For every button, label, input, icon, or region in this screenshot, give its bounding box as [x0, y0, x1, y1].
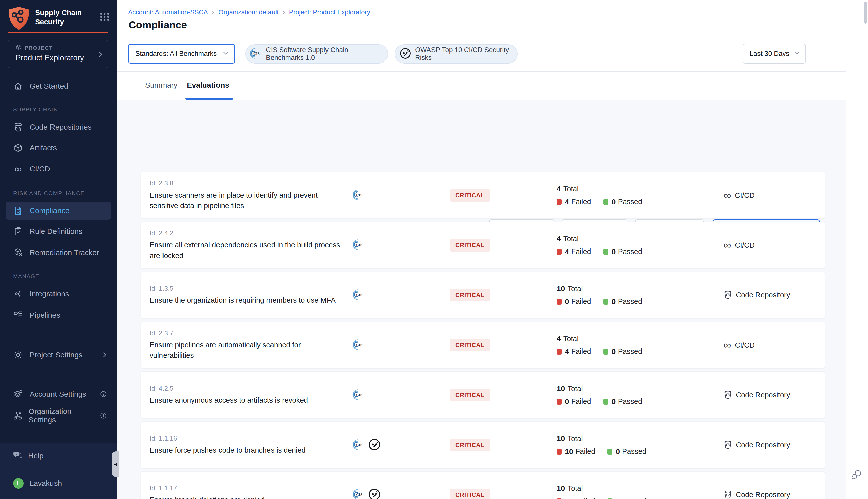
sidebar-item-organization-settings[interactable]: Organization Settings — [5, 406, 111, 425]
table-row[interactable]: Id: 1.1.17 Ensure branch deletions are d… — [141, 471, 825, 499]
tab-evaluations[interactable]: Evaluations — [187, 81, 229, 89]
page-title: Compliance — [129, 19, 187, 31]
svg-text:CIS: CIS — [356, 193, 362, 197]
svg-text:CIS: CIS — [356, 442, 362, 447]
rule-name: Ensure anonymous access to artifacts is … — [150, 395, 340, 405]
help-label: Help — [28, 452, 44, 460]
svg-text:?: ? — [15, 452, 17, 455]
code-repository-icon — [724, 490, 732, 499]
scrollbar-thumb[interactable] — [864, 1, 867, 24]
breadcrumb-account-link[interactable]: Account: Automation-SSCA — [128, 8, 208, 16]
rule-id: Id: 1.1.17 — [150, 485, 343, 492]
remediation-box-icon — [13, 248, 23, 257]
cis-standard-icon: CIS — [353, 239, 365, 252]
sidebar-item-integrations[interactable]: Integrations — [5, 285, 111, 303]
sidebar-footer: ? Help L Lavakush — [0, 442, 117, 499]
chevron-right-icon — [98, 51, 104, 59]
rule-name: Ensure the organization is requiring mem… — [150, 295, 340, 305]
standards-filter-dropdown[interactable]: Standards: All Benchmarks — [128, 44, 235, 63]
section-supply-chain: SUPPLY CHAIN — [13, 107, 58, 113]
passed-swatch — [603, 199, 608, 205]
clipboard-check-icon — [13, 227, 23, 236]
project-selector[interactable]: PROJECT Product Exploratory — [8, 40, 108, 68]
sidebar-item-label: Account Settings — [29, 390, 86, 398]
brand-divider — [8, 32, 108, 33]
date-range-dropdown[interactable]: Last 30 Days — [743, 44, 806, 63]
severity-badge: CRITICAL — [450, 389, 490, 401]
standards-cell: CIS — [353, 438, 381, 452]
sidebar-collapse-handle[interactable]: ◀ — [111, 451, 119, 477]
table-row[interactable]: Id: 4.2.5 Ensure anonymous access to art… — [141, 372, 825, 418]
failed-swatch — [557, 249, 562, 255]
rule-id: Id: 2.4.2 — [150, 229, 343, 237]
severity-badge: CRITICAL — [450, 189, 490, 202]
rule-id: Id: 1.1.16 — [150, 435, 343, 442]
passed-swatch — [607, 449, 612, 454]
rule-id: Id: 2.3.7 — [150, 329, 343, 337]
severity-badge: CRITICAL — [450, 339, 490, 351]
sidebar-item-cicd[interactable]: ∞ CI/CD — [5, 160, 111, 178]
evaluations-cell: 4Total 4Failed 0Passed — [557, 334, 642, 356]
table-row[interactable]: Id: 1.1.16 Ensure force pushes code to b… — [141, 422, 825, 468]
apps-grid-icon[interactable] — [99, 6, 110, 23]
rule-name: Ensure branch deletions are denied — [150, 495, 340, 499]
home-icon — [13, 82, 23, 90]
sidebar-item-label: CI/CD — [29, 165, 50, 173]
standard-chip-owasp[interactable]: OWASP Top 10 CI/CD Security Risks — [395, 45, 518, 63]
user-menu[interactable]: L Lavakush — [5, 475, 111, 492]
sidebar-item-rule-definitions[interactable]: Rule Definitions — [5, 222, 111, 241]
chat-bubbles-icon[interactable] — [851, 469, 863, 482]
sidebar-item-get-started[interactable]: Get Started — [5, 77, 111, 95]
owasp-standard-icon — [368, 438, 381, 452]
tab-summary[interactable]: Summary — [145, 81, 177, 89]
evaluations-cell: 4Total 4Failed 0Passed — [557, 184, 642, 206]
table-row[interactable]: Id: 2.3.8 Ensure scanners are in place t… — [141, 172, 825, 219]
code-repository-icon — [13, 122, 23, 132]
standard-chip-cis[interactable]: CIS CIS Software Supply Chain Benchmarks… — [245, 45, 388, 63]
cis-standard-icon: CIS — [353, 289, 365, 302]
breadcrumb-project-link[interactable]: Project: Product Exploratory — [289, 8, 371, 16]
passed-swatch — [603, 349, 608, 355]
applicable-on-cell: Code Repository — [724, 490, 790, 499]
evaluations-cell: 10Total 10Failed 0Passed — [557, 434, 647, 456]
sidebar: Supply Chain Security PROJECT Product — [0, 0, 117, 499]
artifacts-cube-icon — [13, 143, 23, 153]
failed-swatch — [557, 299, 562, 305]
info-icon[interactable] — [100, 412, 107, 419]
sidebar-item-artifacts[interactable]: Artifacts — [5, 139, 111, 157]
sidebar-item-label: Artifacts — [29, 144, 57, 152]
cis-standard-icon: CIS — [353, 389, 365, 401]
sidebar-item-account-settings[interactable]: Account Settings — [5, 385, 111, 403]
sidebar-item-compliance[interactable]: Compliance — [5, 202, 111, 220]
account-layers-icon — [13, 390, 23, 399]
svg-text:CIS: CIS — [356, 392, 362, 397]
owasp-logo-icon — [400, 48, 411, 60]
svg-text:CIS: CIS — [356, 243, 362, 247]
sidebar-item-label: Get Started — [29, 82, 68, 90]
breadcrumb-organization-link[interactable]: Organization: default — [218, 8, 278, 16]
sidebar-item-label: Remediation Tracker — [29, 248, 99, 257]
code-repository-icon — [724, 440, 732, 450]
applicable-on-cell: Code Repository — [724, 440, 790, 450]
sidebar-divider — [8, 336, 108, 336]
info-icon[interactable] — [100, 391, 107, 398]
project-name: Product Exploratory — [15, 53, 103, 62]
breadcrumb-separator: › — [282, 8, 285, 16]
sidebar-item-remediation-tracker[interactable]: Remediation Tracker — [5, 243, 111, 261]
pipelines-icon — [13, 311, 23, 319]
help-button[interactable]: ? Help — [5, 447, 111, 465]
table-row[interactable]: Id: 2.3.7 Ensure pipelines are automatic… — [141, 321, 825, 368]
table-row[interactable]: Id: 2.4.2 Ensure all external dependenci… — [141, 222, 825, 269]
standards-cell: CIS — [353, 239, 365, 252]
evaluations-cell: 10Total 0Failed 0Passed — [557, 384, 642, 406]
standards-cell: CIS — [353, 189, 365, 202]
sidebar-item-project-settings[interactable]: Project Settings — [5, 346, 111, 364]
sidebar-item-pipelines[interactable]: Pipelines — [5, 306, 111, 324]
evaluations-cell: 10Total 10Failed 0Passed — [557, 484, 647, 499]
sidebar-item-label: Integrations — [29, 290, 69, 298]
sidebar-item-code-repositories[interactable]: Code Repositories — [5, 118, 111, 136]
section-manage: MANAGE — [13, 273, 39, 280]
table-row[interactable]: Id: 1.3.5 Ensure the organization is req… — [141, 271, 825, 318]
section-risk-and-compliance: RISK AND COMPLIANCE — [13, 190, 85, 196]
standards-cell: CIS — [353, 488, 381, 499]
